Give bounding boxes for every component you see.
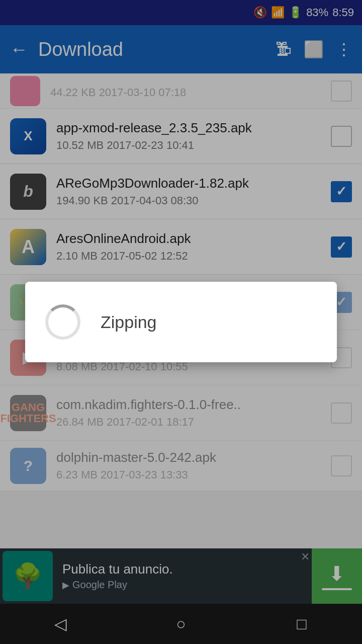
zipping-dialog: Zipping [25, 282, 337, 362]
dialog-message: Zipping [101, 312, 157, 332]
loading-spinner [45, 304, 80, 340]
dialog-overlay: Zipping [0, 0, 362, 644]
